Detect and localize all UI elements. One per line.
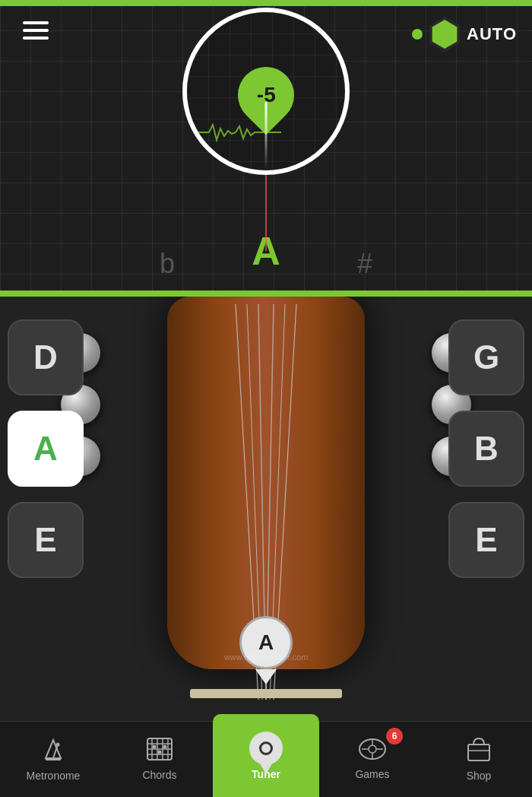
- shop-label: Shop: [467, 770, 492, 782]
- sharp-symbol: #: [357, 248, 372, 280]
- nav-item-chords[interactable]: Chords: [106, 722, 213, 797]
- nav-item-games[interactable]: 6 Games: [319, 722, 426, 797]
- auto-hexagon-inner: [430, 20, 459, 49]
- string-btn-E-low[interactable]: E: [8, 502, 84, 578]
- bottom-nav: Metronome Chords: [0, 721, 532, 797]
- pin-tail: [255, 669, 277, 684]
- svg-point-20: [163, 745, 167, 749]
- svg-marker-7: [46, 740, 61, 758]
- string-pin: A: [239, 616, 293, 684]
- string-btn-A[interactable]: A: [8, 411, 84, 487]
- flat-symbol: b: [160, 248, 175, 280]
- menu-line-1: [23, 21, 49, 24]
- menu-line-2: [23, 29, 49, 32]
- tuner-nav-icon: [249, 732, 283, 765]
- nut-bar: [190, 689, 342, 698]
- tuner-icon-circle: [249, 732, 283, 765]
- games-icon: [359, 738, 386, 765]
- metronome-icon: [41, 737, 65, 767]
- nav-item-metronome[interactable]: Metronome: [0, 722, 106, 797]
- tuner-needle: [265, 102, 268, 170]
- pin-note: A: [258, 630, 274, 655]
- menu-button[interactable]: [23, 21, 49, 40]
- svg-point-9: [56, 743, 60, 747]
- green-bar-top: [0, 0, 532, 6]
- menu-line-3: [23, 37, 49, 40]
- games-label: Games: [355, 768, 389, 780]
- string-btn-D[interactable]: D: [8, 319, 84, 395]
- tuner-area: AUTO -5 b A #: [0, 0, 532, 297]
- chords-icon: [147, 738, 173, 766]
- string-btn-G[interactable]: G: [448, 319, 524, 395]
- auto-dot: [412, 29, 423, 40]
- auto-label: AUTO: [467, 24, 517, 44]
- tuner-circle: -5: [182, 8, 350, 175]
- watermark: www.fullcrackindir.com: [224, 653, 309, 662]
- string-btn-B[interactable]: B: [448, 411, 524, 487]
- chords-label: Chords: [142, 769, 176, 781]
- svg-point-22: [369, 745, 376, 753]
- auto-hexagon-outer: [427, 17, 462, 52]
- svg-point-19: [158, 751, 162, 754]
- svg-point-18: [153, 745, 157, 749]
- nav-item-tuner[interactable]: Tuner: [213, 714, 319, 797]
- tuner-pin-inner: [259, 741, 273, 755]
- string-btn-E-high[interactable]: E: [448, 502, 524, 578]
- green-bar-bottom: [0, 291, 532, 297]
- games-badge: 6: [386, 728, 403, 745]
- nav-item-shop[interactable]: Shop: [426, 722, 532, 797]
- metronome-label: Metronome: [27, 770, 81, 782]
- shop-icon: [467, 737, 490, 767]
- auto-button[interactable]: AUTO: [412, 17, 517, 52]
- guitar-section: D G A B E E A www.fullcrackindir.com: [0, 297, 532, 745]
- svg-rect-27: [468, 745, 489, 760]
